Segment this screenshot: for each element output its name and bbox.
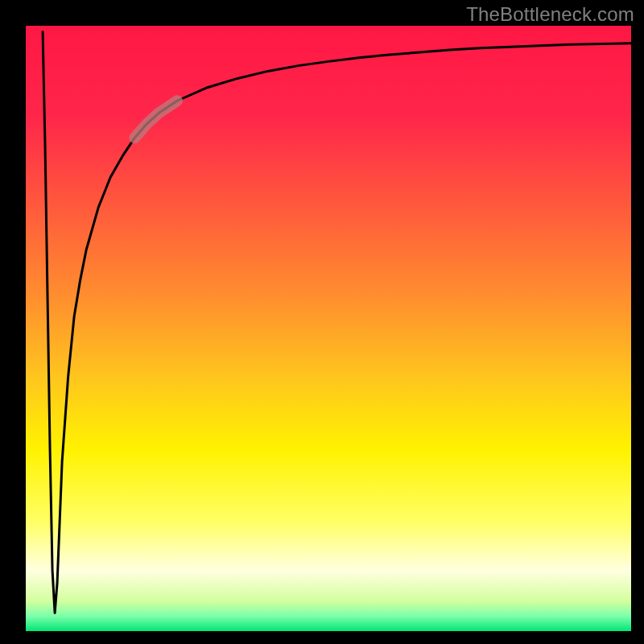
chart-canvas — [26, 26, 631, 631]
chart-frame: TheBottleneck.com — [0, 0, 644, 644]
plot-area — [26, 26, 631, 631]
watermark-label: TheBottleneck.com — [466, 3, 634, 26]
gradient-background — [26, 26, 631, 631]
